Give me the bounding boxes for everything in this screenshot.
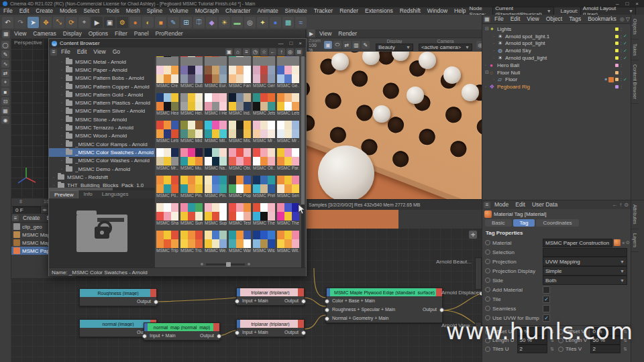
swatch-tile[interactable]: MSMC We... — [205, 231, 227, 253]
pen-icon[interactable]: ✎ — [1, 50, 9, 58]
spinner-icon[interactable]: ⇅ — [550, 347, 554, 352]
menu-cb-edit[interactable]: Edit — [74, 48, 91, 56]
menu-main-mograph[interactable]: MoGraph — [192, 7, 222, 15]
swatch-tile[interactable]: MSMC Lets... — [277, 93, 299, 115]
anim-dot-icon[interactable] — [485, 240, 490, 245]
om-expand-icon[interactable]: · — [493, 48, 498, 53]
favorites-icon[interactable]: ☆ — [260, 48, 268, 56]
attr-field[interactable]: MSMC Paper Construction — [543, 239, 612, 247]
swatch-tile[interactable]: MSMC Wit... — [277, 231, 299, 253]
undo-icon[interactable]: ↶ — [2, 17, 13, 28]
axis-icon[interactable]: ⌖ — [1, 78, 9, 86]
menu-main-help[interactable]: Help — [451, 7, 469, 15]
shader-node[interactable]: triplanar (triplanar)Input + MainOutput — [236, 288, 305, 306]
menu-main-volume[interactable]: Volume — [166, 7, 191, 15]
om-dots[interactable]: : — [621, 70, 622, 75]
om-item[interactable]: ·☀Arnold spot_light.1:✓ — [482, 33, 629, 40]
swatch-tile[interactable]: MSMC Fan... — [229, 66, 251, 88]
am-side-tab-attributes[interactable]: Attributes — [631, 200, 639, 229]
swatch-tile[interactable]: MSMC Mu... — [180, 148, 203, 170]
input-port[interactable] — [142, 334, 147, 339]
node-port-row[interactable]: Roughness + Specular + MainOutput — [327, 305, 442, 314]
om-enabled-check[interactable]: ✓ — [623, 70, 629, 75]
menu-om-edit[interactable]: Edit — [507, 15, 524, 23]
am-tab-coordinates[interactable]: Coordinates — [536, 219, 578, 227]
om-item[interactable]: ·☀Arnold quad_light:✓ — [482, 54, 629, 62]
om-expand-icon[interactable]: · — [493, 77, 498, 82]
layer-color-chip[interactable] — [615, 71, 619, 74]
swatch-tile[interactable]: MSMC Dub... — [180, 66, 203, 88]
frame-field[interactable]: 0 F — [13, 206, 41, 214]
om-dots[interactable]: : — [621, 48, 622, 53]
swatch-tile[interactable]: MSMC Mr... — [156, 148, 178, 170]
cb-tree-item[interactable]: ·_MSMC Color Swatches - Arnold — [49, 148, 155, 156]
om-filter-icon[interactable]: ▽ — [626, 16, 630, 22]
cb-tree-item[interactable]: ·MSMC - Redshift — [49, 173, 155, 181]
menu-main-edit[interactable]: Edit — [16, 7, 33, 15]
menu-main-render[interactable]: Render — [336, 7, 362, 15]
magnet-icon[interactable]: ∿ — [1, 60, 9, 68]
om-enabled-check[interactable]: ✓ — [623, 34, 629, 39]
cb-tree-item[interactable]: ·_MSMC Color Washes - Arnold — [49, 157, 155, 165]
anim-dot-icon[interactable] — [485, 347, 490, 352]
camera-icon[interactable]: ◎ — [244, 17, 256, 28]
menu-cb-view[interactable]: View — [90, 48, 109, 56]
up-icon[interactable]: ↑ — [278, 48, 285, 56]
tree-expand-icon[interactable]: · — [61, 101, 66, 105]
swatch-tile[interactable]: MSMC Pret... — [253, 176, 275, 198]
menu-viewport-filter[interactable]: Filter — [111, 30, 131, 38]
redo-icon[interactable]: ↷ — [15, 17, 26, 28]
om-item[interactable]: ⊟◌Floor Null:✓ — [482, 69, 629, 76]
tree-expand-icon[interactable]: · — [61, 84, 66, 89]
node-port-row[interactable]: Output — [80, 297, 156, 306]
menu-main-spline[interactable]: Spline — [144, 7, 166, 15]
input-port[interactable] — [325, 299, 329, 304]
anim-dot-icon[interactable] — [485, 249, 490, 255]
display-aov-icon[interactable]: ▣ — [324, 41, 332, 49]
spinner-icon[interactable]: ⇅ — [623, 347, 627, 352]
frame-stepper[interactable]: ◂▸ — [42, 207, 47, 213]
layer-color-chip[interactable] — [615, 49, 619, 52]
om-menu-icon[interactable]: ▦ — [484, 16, 490, 23]
om-enabled-check[interactable]: ✓ — [623, 62, 629, 68]
menu-cb-file[interactable]: File — [58, 48, 74, 56]
om-item[interactable]: ·◍Arnold Sky:✓ — [482, 47, 629, 54]
cb-tree-item[interactable]: ·MSMC Pattern Gold - Arnold — [49, 90, 155, 99]
environment-icon[interactable]: ☀ — [219, 17, 230, 28]
cloner-icon[interactable]: ⎅ — [193, 17, 205, 28]
swatch-tile[interactable]: MSMC Mr ... — [253, 121, 275, 143]
om-expand-icon[interactable]: · — [485, 84, 490, 89]
output-port[interactable] — [301, 299, 306, 304]
om-expand-icon[interactable]: ⊟ — [485, 70, 490, 75]
cb-tree-item[interactable]: ·MSMC Wood - Arnold — [49, 132, 155, 140]
swatch-tile[interactable]: MSMC Na... — [205, 148, 227, 170]
am-lock-icon[interactable]: ⊙ — [624, 202, 629, 208]
swatch-tile[interactable]: MSMC Hel... — [180, 93, 203, 115]
om-dots[interactable]: : — [621, 63, 622, 68]
menu-viewport-view[interactable]: View — [11, 30, 30, 38]
node-editor-pan-icon[interactable]: ✛ — [469, 231, 477, 239]
menu-am-user-data[interactable]: User Data — [529, 201, 561, 208]
tree-expand-icon[interactable]: · — [61, 158, 66, 163]
tree-expand-icon[interactable]: · — [61, 142, 66, 147]
am-tab-tag[interactable]: Tag — [513, 219, 535, 227]
render-region-icon[interactable]: ▣ — [104, 17, 115, 28]
menu-main-character[interactable]: Character — [222, 7, 254, 15]
light-icon[interactable]: ✦ — [257, 17, 268, 28]
am-up-icon[interactable]: ↑ — [619, 202, 622, 208]
layer-color-chip[interactable] — [615, 35, 619, 38]
attr-select[interactable]: Both▼ — [543, 276, 627, 285]
tree-expand-icon[interactable]: · — [61, 109, 66, 113]
menu-om-file[interactable]: File — [491, 15, 507, 23]
cb-vscrollbar[interactable] — [301, 56, 305, 267]
cb-tree-item[interactable]: ·_MSMC Demo - Arnold — [49, 165, 155, 173]
volume-icon[interactable]: ▩ — [282, 17, 294, 28]
swatch-tile[interactable]: MSMC Test... — [229, 203, 251, 225]
om-expand-icon[interactable]: · — [493, 56, 498, 60]
menu-render-render[interactable]: Render — [335, 30, 360, 38]
layer-color-chip[interactable] — [615, 85, 619, 88]
am-menu-icon[interactable]: ≡ — [484, 202, 490, 208]
cb-window-minimize-icon[interactable]: — — [278, 40, 283, 46]
output-port[interactable] — [439, 308, 444, 312]
select-tool-icon[interactable]: ➤ — [28, 17, 39, 28]
